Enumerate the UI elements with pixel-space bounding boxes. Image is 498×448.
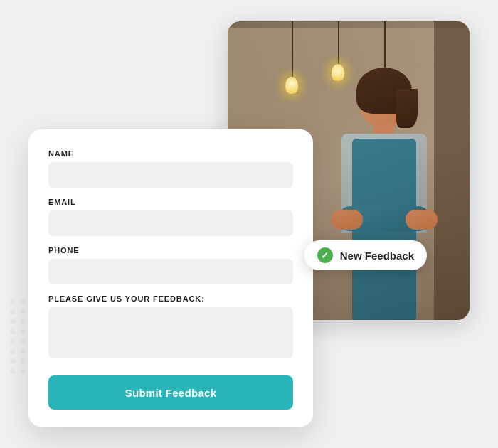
- name-field-group: NAME: [48, 149, 293, 188]
- svg-point-1: [21, 299, 26, 304]
- phone-field-group: PHONE: [48, 246, 293, 284]
- svg-point-6: [11, 309, 16, 314]
- feedback-field-group: PLEASE GIVE US YOUR FEEDBACK:: [48, 294, 293, 361]
- svg-point-30: [11, 349, 16, 354]
- phone-label: PHONE: [48, 246, 293, 255]
- svg-point-13: [21, 319, 26, 324]
- feedback-label: PLEASE GIVE US YOUR FEEDBACK:: [48, 294, 293, 303]
- check-circle-icon: [317, 247, 333, 263]
- svg-point-43: [21, 369, 26, 374]
- svg-point-42: [11, 369, 16, 374]
- email-field-group: EMAIL: [48, 198, 293, 236]
- email-label: EMAIL: [48, 198, 293, 206]
- notification-text: New Feedback: [340, 250, 414, 262]
- svg-point-12: [11, 319, 16, 324]
- notification-badge: New Feedback: [304, 240, 427, 270]
- scene: NAME EMAIL PHONE PLEASE GIVE US YOUR FEE…: [28, 21, 470, 427]
- svg-point-7: [21, 309, 26, 314]
- phone-input[interactable]: [48, 259, 293, 284]
- svg-point-19: [21, 329, 26, 334]
- svg-point-25: [21, 339, 26, 344]
- name-input[interactable]: [48, 162, 293, 188]
- svg-point-36: [11, 359, 16, 364]
- svg-point-31: [21, 349, 26, 354]
- svg-point-24: [11, 339, 16, 344]
- form-card: NAME EMAIL PHONE PLEASE GIVE US YOUR FEE…: [28, 129, 313, 427]
- email-input[interactable]: [48, 210, 293, 236]
- svg-point-18: [11, 329, 16, 334]
- svg-point-37: [21, 359, 26, 364]
- name-label: NAME: [48, 149, 293, 158]
- feedback-input[interactable]: [48, 307, 293, 358]
- submit-button[interactable]: Submit Feedback: [48, 375, 293, 410]
- svg-point-0: [11, 299, 16, 304]
